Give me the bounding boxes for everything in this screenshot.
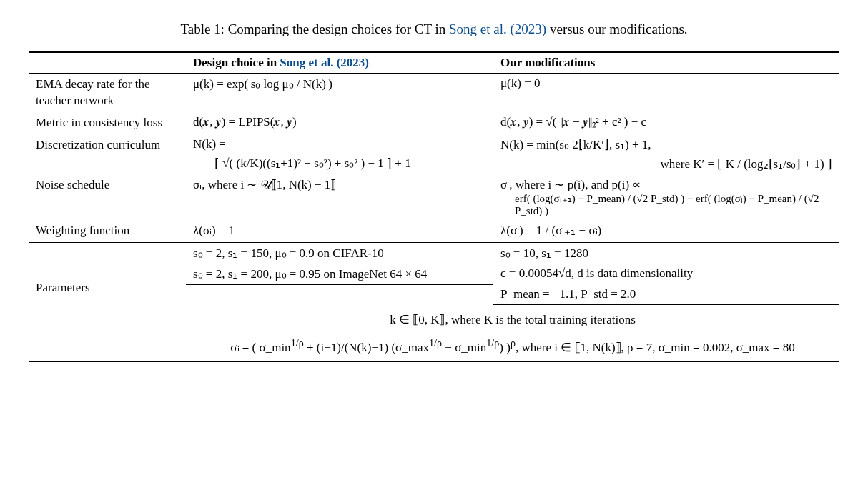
- disc-song-line1: N(k) =: [193, 137, 486, 151]
- noise-song: σᵢ, where i ∼ 𝒰⟦1, N(k) − 1⟧: [186, 174, 493, 220]
- sigma-mid1: + (i−1)/(N(k)−1) (σ_max: [304, 341, 429, 354]
- ema-song: μ(k) = exp( s₀ log μ₀ / N(k) ): [186, 74, 493, 112]
- disc-song-line2: ⌈ √( (k/K)((s₁+1)² − s₀²) + s₀² ) − 1 ⌉ …: [193, 151, 486, 171]
- header-song-cite: Song et al. (2023): [280, 56, 369, 69]
- params-ours-line1: s₀ = 10, s₁ = 1280: [493, 242, 839, 264]
- row-params-1: Parameters s₀ = 2, s₁ = 150, μ₀ = 0.9 on…: [29, 242, 839, 264]
- disc-label: Discretization curriculum: [29, 134, 186, 174]
- params-shared-sigma: σᵢ = ( σ_min1/ρ + (i−1)/(N(k)−1) (σ_max1…: [186, 330, 839, 361]
- caption-prefix: Table 1: Comparing the design choices fo…: [180, 21, 449, 36]
- params-song-line1: s₀ = 2, s₁ = 150, μ₀ = 0.9 on CIFAR-10: [186, 242, 493, 264]
- params-ours-line3: P_mean = −1.1, P_std = 2.0: [493, 284, 839, 305]
- metric-song: d(𝒙, 𝒚) = LPIPS(𝒙, 𝒚): [186, 112, 493, 134]
- table-caption: Table 1: Comparing the design choices fo…: [29, 21, 839, 37]
- row-ema: EMA decay rate for the teacher network μ…: [29, 74, 839, 112]
- row-weight: Weighting function λ(σᵢ) = 1 λ(σᵢ) = 1 /…: [29, 220, 839, 242]
- header-song-prefix: Design choice in: [193, 56, 280, 69]
- metric-label: Metric in consistency loss: [29, 112, 186, 134]
- row-noise: Noise schedule σᵢ, where i ∼ 𝒰⟦1, N(k) −…: [29, 174, 839, 220]
- noise-ours: σᵢ, where i ∼ p(i), and p(i) ∝ erf( (log…: [493, 174, 839, 220]
- params-song-line2: s₀ = 2, s₁ = 200, μ₀ = 0.95 on ImageNet …: [186, 264, 493, 285]
- disc-song: N(k) = ⌈ √( (k/K)((s₁+1)² − s₀²) + s₀² )…: [186, 134, 493, 174]
- sigma-prefix: σᵢ = ( σ_min: [230, 341, 290, 354]
- params-shared-line1: k ∈ ⟦0, K⟧, where K is the total trainin…: [186, 305, 839, 331]
- ema-label: EMA decay rate for the teacher network: [29, 74, 186, 112]
- header-ours: Our modifications: [493, 52, 839, 74]
- sigma-mid3: ) ): [499, 341, 511, 354]
- noise-ours-line1: σᵢ, where i ∼ p(i), and p(i) ∝: [500, 177, 832, 192]
- weight-label: Weighting function: [29, 220, 186, 242]
- sigma-mid2: − σ_min: [442, 341, 486, 354]
- sigma-exp1: 1/ρ: [291, 337, 304, 349]
- params-label: Parameters: [29, 242, 186, 305]
- shared-blank: [29, 305, 186, 331]
- header-song: Design choice in Song et al. (2023): [186, 52, 493, 74]
- params-ours-line2: c = 0.00054√d, d is data dimensionality: [493, 264, 839, 285]
- header-blank: [29, 52, 186, 74]
- sigma-exp2: 1/ρ: [429, 337, 442, 349]
- disc-ours-line1: N(k) = min(s₀ 2⌊k/K′⌋, s₁) + 1,: [500, 137, 832, 152]
- sigma-expp: ρ: [511, 337, 516, 349]
- row-metric: Metric in consistency loss d(𝒙, 𝒚) = LPI…: [29, 112, 839, 134]
- caption-citation-link[interactable]: Song et al. (2023): [449, 21, 546, 36]
- sigma-suffix: , where i ∈ ⟦1, N(k)⟧, ρ = 7, σ_min = 0.…: [516, 341, 795, 354]
- row-shared-2: σᵢ = ( σ_min1/ρ + (i−1)/(N(k)−1) (σ_max1…: [29, 330, 839, 361]
- ema-ours: μ(k) = 0: [493, 74, 839, 112]
- disc-ours: N(k) = min(s₀ 2⌊k/K′⌋, s₁) + 1, where K′…: [493, 134, 839, 174]
- row-shared-1: k ∈ ⟦0, K⟧, where K is the total trainin…: [29, 305, 839, 331]
- params-song-blank: [186, 284, 493, 305]
- weight-ours: λ(σᵢ) = 1 / (σᵢ₊₁ − σᵢ): [493, 220, 839, 242]
- shared-blank-2: [29, 330, 186, 361]
- disc-ours-line2: where K′ = ⌊ K / (log₂⌊s₁/s₀⌋ + 1) ⌋: [500, 152, 832, 171]
- comparison-table: Design choice in Song et al. (2023) Our …: [29, 51, 839, 362]
- row-disc: Discretization curriculum N(k) = ⌈ √( (k…: [29, 134, 839, 174]
- caption-suffix: versus our modifications.: [546, 21, 687, 36]
- weight-song: λ(σᵢ) = 1: [186, 220, 493, 242]
- metric-ours: d(𝒙, 𝒚) = √( ‖𝒙 − 𝒚‖₂² + c² ) − c: [493, 112, 839, 134]
- sigma-exp3: 1/ρ: [486, 337, 499, 349]
- noise-ours-line2: erf( (log(σᵢ₊₁) − P_mean) / (√2 P_std) )…: [500, 192, 832, 217]
- noise-label: Noise schedule: [29, 174, 186, 220]
